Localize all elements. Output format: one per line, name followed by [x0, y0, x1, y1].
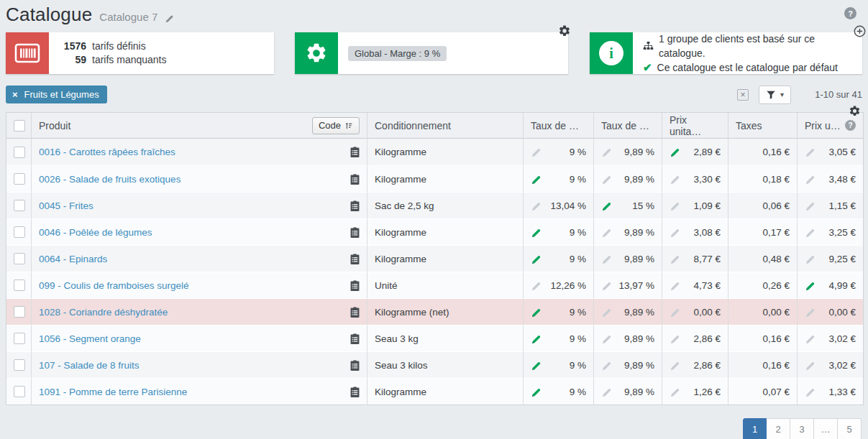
- edit-rate2-pencil-icon[interactable]: [601, 307, 612, 318]
- row-checkbox[interactable]: [14, 386, 25, 397]
- row-checkbox[interactable]: [14, 200, 25, 211]
- edit-rate2-pencil-icon[interactable]: [601, 333, 612, 344]
- edit-unit-price-pencil-icon[interactable]: [670, 147, 680, 157]
- edit-unit-price-pencil-icon[interactable]: [670, 333, 680, 344]
- edit-unit-price-pencil-icon[interactable]: [670, 254, 680, 264]
- row-checkbox[interactable]: [14, 306, 25, 318]
- edit-price-incl-pencil-icon[interactable]: [805, 280, 816, 291]
- edit-rate1-pencil-icon[interactable]: [531, 254, 542, 264]
- edit-price-incl-pencil-icon[interactable]: [805, 387, 816, 397]
- edit-rate2-pencil-icon[interactable]: [601, 200, 612, 211]
- edit-unit-price-pencil-icon[interactable]: [670, 307, 680, 318]
- page-help-icon[interactable]: ?: [844, 7, 856, 19]
- edit-rate2-pencil-icon[interactable]: [601, 147, 612, 157]
- sort-by-code-button[interactable]: Code: [312, 117, 360, 134]
- edit-rate1-pencil-icon[interactable]: [531, 280, 542, 291]
- edit-price-incl-pencil-icon[interactable]: [805, 333, 816, 344]
- edit-price-incl-pencil-icon[interactable]: [805, 174, 816, 185]
- sitemap-icon: [643, 41, 654, 52]
- clipboard-icon[interactable]: [350, 307, 360, 318]
- edit-rate1-pencil-icon[interactable]: [531, 307, 542, 318]
- column-header-price-incl: Prix u…: [805, 120, 841, 131]
- clipboard-icon[interactable]: [350, 147, 360, 157]
- edit-rate2-pencil-icon[interactable]: [601, 227, 612, 238]
- row-checkbox[interactable]: [14, 359, 25, 371]
- missing-count: 59: [59, 53, 86, 67]
- edit-price-incl-pencil-icon[interactable]: [805, 307, 816, 318]
- tariffs-missing-row: 59 tarifs manquants: [59, 53, 264, 67]
- page-button-1[interactable]: 1: [743, 418, 767, 439]
- taxes-value: 0,16 €: [762, 360, 790, 371]
- edit-rate2-pencil-icon[interactable]: [601, 280, 612, 291]
- product-link[interactable]: 0016 - Carottes râpées fraîches: [39, 147, 175, 157]
- edit-rate1-pencil-icon[interactable]: [531, 360, 542, 371]
- clipboard-icon[interactable]: [350, 174, 360, 185]
- rename-catalogue-pencil-icon[interactable]: [165, 14, 174, 23]
- edit-rate2-pencil-icon[interactable]: [601, 254, 612, 264]
- edit-unit-price-pencil-icon[interactable]: [670, 360, 680, 371]
- edit-rate1-pencil-icon[interactable]: [531, 174, 542, 185]
- page-button-3[interactable]: 3: [790, 418, 814, 439]
- edit-rate1-pencil-icon[interactable]: [531, 147, 542, 157]
- edit-price-incl-pencil-icon[interactable]: [805, 254, 816, 264]
- taxes-value: 0,26 €: [762, 280, 790, 291]
- product-link[interactable]: 0026 - Salade de fruits exotiques: [39, 174, 181, 185]
- remove-filter-icon[interactable]: ×: [12, 89, 18, 100]
- table-settings-gear-icon[interactable]: [849, 105, 861, 117]
- edit-rate2-pencil-icon[interactable]: [601, 174, 612, 185]
- packaging-cell: Kilogramme: [367, 245, 524, 272]
- filter-chip[interactable]: × Fruits et Légumes: [6, 86, 107, 103]
- edit-price-incl-pencil-icon[interactable]: [805, 200, 816, 211]
- client-group-line: 1 groupe de clients est basé sur ce cata…: [643, 32, 852, 60]
- product-link[interactable]: 1056 - Segment orange: [39, 333, 141, 344]
- edit-unit-price-pencil-icon[interactable]: [670, 280, 680, 291]
- price-help-icon[interactable]: ?: [845, 120, 856, 131]
- product-link[interactable]: 0064 - Epinards: [39, 254, 107, 264]
- product-link[interactable]: 099 - Coulis de framboises surgelé: [39, 280, 189, 291]
- edit-price-incl-pencil-icon[interactable]: [805, 227, 816, 238]
- clipboard-icon[interactable]: [350, 360, 360, 371]
- edit-unit-price-pencil-icon[interactable]: [670, 200, 680, 211]
- edit-rate1-pencil-icon[interactable]: [531, 200, 542, 211]
- clipboard-icon[interactable]: [350, 280, 360, 291]
- edit-rate2-pencil-icon[interactable]: [601, 360, 612, 371]
- edit-price-incl-pencil-icon[interactable]: [805, 360, 816, 371]
- select-all-checkbox[interactable]: [14, 120, 25, 131]
- edit-rate1-pencil-icon[interactable]: [531, 227, 542, 238]
- table-row: 099 - Coulis de framboises surgelé Unité…: [6, 272, 863, 298]
- clipboard-icon[interactable]: [350, 200, 360, 211]
- row-checkbox[interactable]: [14, 173, 25, 185]
- page-button-2[interactable]: 2: [767, 418, 790, 439]
- edit-unit-price-pencil-icon[interactable]: [670, 387, 680, 397]
- add-client-group-icon[interactable]: [854, 25, 866, 37]
- catalogue-page: Catalogue Catalogue 7 ?: [0, 0, 868, 439]
- clipboard-icon[interactable]: [350, 333, 360, 344]
- edit-rate1-pencil-icon[interactable]: [531, 387, 542, 397]
- page-ellipsis[interactable]: …: [814, 418, 838, 439]
- product-link[interactable]: 107 - Salade de 8 fruits: [39, 360, 140, 371]
- product-link[interactable]: 0046 - Poêlée de légumes: [39, 227, 152, 238]
- product-link[interactable]: 0045 - Frites: [39, 200, 93, 211]
- row-checkbox[interactable]: [14, 147, 25, 158]
- page-button-5[interactable]: 5: [838, 418, 862, 439]
- row-checkbox[interactable]: [14, 253, 25, 264]
- margin-card: Global - Marge : 9 %: [295, 32, 568, 74]
- margin-settings-gear-icon[interactable]: [558, 24, 571, 37]
- filter-button[interactable]: ▾: [759, 86, 791, 104]
- edit-unit-price-pencil-icon[interactable]: [670, 174, 680, 185]
- rate2-value: 15 %: [632, 200, 654, 211]
- row-checkbox[interactable]: [14, 333, 25, 344]
- clipboard-icon[interactable]: [350, 254, 360, 264]
- clear-filters-icon[interactable]: ×: [737, 89, 749, 101]
- row-checkbox[interactable]: [14, 279, 25, 291]
- edit-unit-price-pencil-icon[interactable]: [670, 227, 680, 238]
- product-link[interactable]: 1091 - Pomme de terre Parisienne: [39, 387, 187, 397]
- edit-rate1-pencil-icon[interactable]: [531, 333, 542, 344]
- edit-price-incl-pencil-icon[interactable]: [805, 147, 816, 157]
- row-checkbox[interactable]: [14, 226, 25, 238]
- product-link[interactable]: 1028 - Coriandre déshydratée: [39, 307, 168, 318]
- missing-label: tarifs manquants: [92, 53, 167, 67]
- clipboard-icon[interactable]: [350, 227, 360, 238]
- edit-rate2-pencil-icon[interactable]: [601, 387, 612, 397]
- clipboard-icon[interactable]: [350, 387, 360, 397]
